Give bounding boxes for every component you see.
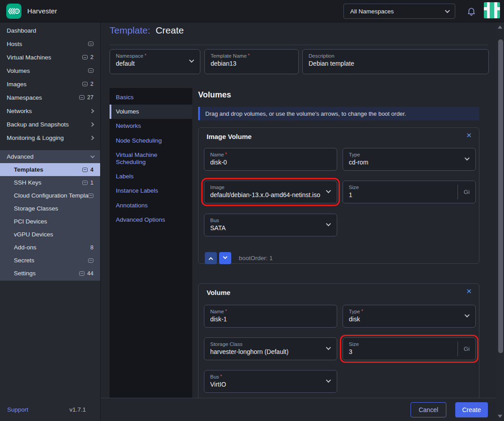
version-label: v1.7.1 [69,406,86,413]
template-name-field[interactable]: Template Name debian13 [204,49,299,74]
count-badge-icon [88,42,93,46]
chevron-up-icon [209,257,213,261]
volumes-heading: Volumes [198,90,231,100]
create-button[interactable]: Create [455,402,488,417]
card-title: Image Volume [207,133,252,140]
tab-volumes[interactable]: Volumes [110,105,192,119]
volume-type-select[interactable]: Type cd-rom [343,148,476,171]
top-bar: Harvester All Namespaces [0,0,504,22]
namespace-filter-select[interactable]: All Namespaces [343,4,455,19]
volume-size-field[interactable]: Size 3 Gi [343,337,476,360]
description-label: Description [309,53,483,59]
namespace-select[interactable]: Namespace default [110,49,200,74]
support-link[interactable]: Support [7,406,28,413]
sidebar-item-backup-and-snapshots[interactable]: Backup and Snapshots [0,118,100,131]
sidebar-item-namespaces[interactable]: Namespaces 27 [0,91,100,104]
chevron-down-icon [90,154,95,158]
tab-labels[interactable]: Labels [110,169,192,184]
count-badge-icon [82,55,88,59]
brand-name: Harvester [27,7,57,15]
sidebar-item-ssh-keys[interactable]: SSH Keys 1 [0,176,100,189]
sidebar-group-advanced: Advanced Templates 4 SSH Keys 1 Cloud Co… [0,150,100,281]
boot-order-info-banner: Drag and drop volumes, or use the volume… [198,107,479,120]
volume-card: Volume Name disk-1 Type disk Storage Cla… [198,283,479,403]
page-title-action: Create [156,25,184,35]
tab-networks[interactable]: Networks [110,119,192,133]
sidebar-item-templates[interactable]: Templates 4 [0,163,100,176]
tab-advanced-options[interactable]: Advanced Options [110,213,192,227]
sidebar: Dashboard Hosts Virtual Machines 2 Volum… [0,22,101,421]
boot-order-label: bootOrder: 1 [239,255,273,261]
description-field[interactable]: Description Debian template [302,49,489,74]
count-badge-icon [82,82,88,86]
sidebar-footer: Support v1.7.1 [0,398,101,421]
scrollbar[interactable] [496,22,504,421]
sidebar-item-images[interactable]: Images 2 [0,77,100,91]
size-unit-suffix: Gi [457,341,475,356]
cancel-button[interactable]: Cancel [411,402,446,417]
chevron-right-icon [90,135,94,140]
volume-image-select[interactable]: Image default/debian-13.x.0-amd64-netins… [204,181,337,203]
sidebar-item-volumes[interactable]: Volumes [0,64,100,77]
sidebar-item-pci-devices[interactable]: PCI Devices [0,215,100,228]
chevron-right-icon [90,122,94,126]
page-title: Template: Create [110,25,184,36]
sidebar-item-advanced[interactable]: Advanced [0,150,100,163]
volume-type-select[interactable]: Type disk [343,305,476,328]
volume-size-field[interactable]: Size 1 Gi [343,181,476,203]
scroll-down-arrow-icon[interactable] [498,415,502,418]
sidebar-item-settings[interactable]: Settings 44 [0,267,100,280]
harvester-app: Harvester All Namespaces Dashboard Hosts [0,0,504,421]
close-icon[interactable] [466,287,472,295]
sidebar-item-monitoring-logging[interactable]: Monitoring & Logging [0,131,100,144]
sidebar-item-dashboard[interactable]: Dashboard [0,24,100,37]
chevron-down-icon [223,255,228,259]
volume-name-field[interactable]: Name disk-0 [204,148,337,171]
count-badge-icon [88,258,93,263]
sidebar-item-vgpu-devices[interactable]: vGPU Devices [0,228,100,241]
count-badge-icon [82,181,88,185]
sidebar-item-virtual-machines[interactable]: Virtual Machines 2 [0,51,100,64]
template-name-label: Template Name [211,53,292,59]
title-divider [110,45,488,45]
scroll-up-arrow-icon[interactable] [498,25,502,29]
chevron-right-icon [90,109,94,113]
count-badge-icon [88,194,93,198]
sidebar-item-hosts[interactable]: Hosts [0,37,100,51]
sidebar-item-networks[interactable]: Networks [0,104,100,118]
harvester-logo-icon[interactable] [6,4,21,19]
count-badge-icon [82,168,88,172]
tab-basics[interactable]: Basics [110,90,192,105]
page-title-resource: Template: [110,25,150,35]
volume-bus-select[interactable]: Bus SATA [204,214,337,236]
tab-instance-labels[interactable]: Instance Labels [110,184,192,198]
count-badge-icon [88,68,93,73]
volume-name-field[interactable]: Name disk-1 [204,305,337,328]
move-down-button[interactable] [219,252,231,264]
sidebar-item-add-ons[interactable]: Add-ons 8 [0,241,100,254]
sidebar-item-cloud-configuration-templates[interactable]: Cloud Configuration Templates [0,189,100,202]
template-section-nav: Basics Volumes Networks Node Scheduling … [110,88,192,398]
volume-bus-select[interactable]: Bus VirtIO [204,370,337,393]
close-icon[interactable] [466,131,472,139]
namespace-label: Namespace [116,53,194,59]
boot-order-controls: bootOrder: 1 [205,252,273,264]
sidebar-item-storage-classes[interactable]: Storage Classes [0,202,100,215]
scrollbar-thumb[interactable] [498,39,503,353]
chevron-down-icon [445,8,450,13]
sidebar-item-secrets[interactable]: Secrets [0,254,100,267]
count-badge-icon [79,271,85,276]
storage-class-select[interactable]: Storage Class harvester-longhorn (Defaul… [204,337,337,360]
image-volume-card: Image Volume Name disk-0 Type cd-rom Ima… [198,127,479,264]
tab-virtual-machine-scheduling[interactable]: Virtual Machine Scheduling [110,148,177,169]
card-title: Volume [207,289,230,296]
tab-node-scheduling[interactable]: Node Scheduling [110,134,192,148]
move-up-button[interactable] [205,252,217,264]
action-footer: Cancel Create [101,398,504,421]
notifications-bell-icon[interactable] [466,6,476,17]
count-badge-icon [79,95,85,100]
size-unit-suffix: Gi [457,185,475,199]
avatar[interactable] [484,2,500,18]
tab-annotations[interactable]: Annotations [110,198,192,213]
namespace-filter-value: All Namespaces [350,8,394,15]
